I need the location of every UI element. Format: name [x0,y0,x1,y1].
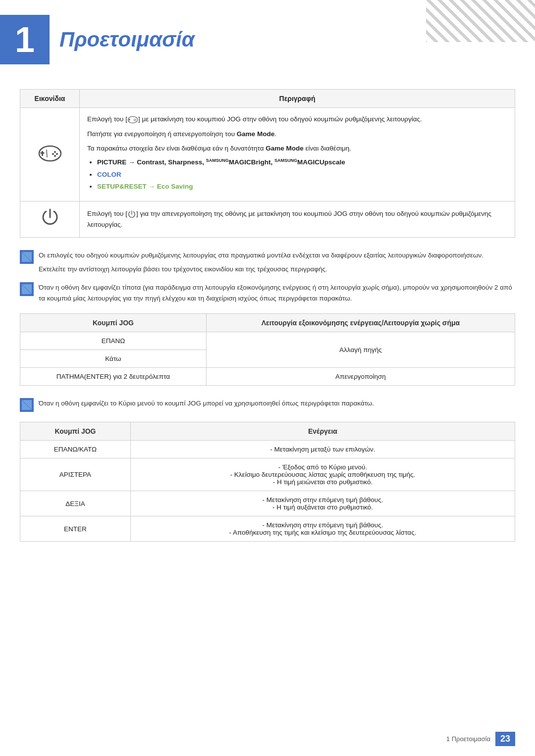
jog2-row2-col1: ΑΡΙΣΤΕΡΑ [20,458,131,491]
svg-line-9 [47,150,47,157]
main-content: Εικονίδια Περιγραφή [0,89,535,574]
jog2-row3-col2: - Μετακίνηση στην επόμενη τιμή βάθους. -… [130,491,515,516]
svg-point-16 [134,121,135,122]
note-1-line2: Εκτελείτε την αντίστοιχη λειτουργία βάσε… [39,264,483,275]
jog2-row2-col2: - Έξοδος από το Κύριο μενού. - Κλείσιμο … [130,458,515,491]
samsung-superscript1: SAMSUNG [206,158,229,163]
svg-point-15 [134,120,135,121]
list-item: COLOR [97,169,507,180]
jog-row3-col1: ΠΑΤΗΜΑ(ENTER) για 2 δευτερόλεπτα [20,368,207,386]
table-row: Επιλογή του [] για την απενεργοποίηση τη… [20,202,515,238]
inline-gamepad-icon [127,115,138,124]
note-1-text: Οι επιλογές του οδηγού κουμπιών ρυθμιζόμ… [39,250,483,274]
jog2-row1-col1: ΕΠΑΝΩ/ΚΑΤΩ [20,441,131,458]
icons-col-header: Εικονίδια [20,90,80,108]
note-icon-1 [20,250,34,264]
icon-cell-power [20,202,80,238]
stripe-svg [426,0,535,42]
stripe-decoration [426,0,535,42]
gamepad-desc-3: Τα παρακάτω στοιχεία δεν είναι διαθέσιμα… [87,143,507,154]
gamepad-icon [38,143,62,162]
list-item: PICTURE → Contrast, Sharpness, SAMSUNGMA… [97,157,507,168]
svg-point-7 [52,153,54,155]
table-row: ENTER - Μετακίνηση στην επόμενη τιμή βάθ… [20,516,515,542]
jog-row3-col2: Απενεργοποίηση [206,368,515,386]
inline-power-icon [127,210,136,219]
jog-col2-header: Λειτουργία εξοικονόμησης ενέργειας/Λειτο… [206,314,515,332]
icons-table: Εικονίδια Περιγραφή [20,89,515,238]
bullet3-setup: SETUP&RESET → Eco Saving [97,183,193,190]
game-mode-label: Game Mode [237,130,275,138]
note-2: Όταν η οθόνη δεν εμφανίζει τίποτα (για π… [20,282,515,303]
note-1-line1: Οι επιλογές του οδηγού κουμπιών ρυθμιζόμ… [39,250,483,261]
svg-point-13 [134,119,135,120]
power-desc: Επιλογή του [] για την απενεργοποίηση τη… [87,208,507,230]
note-3-text: Όταν η οθόνη εμφανίζει το Κύριο μενού το… [39,398,374,409]
magic-text2: MAGIC [297,158,320,166]
footer-text: 1 Προετοιμασία [446,735,490,743]
feature-list: PICTURE → Contrast, Sharpness, SAMSUNGMA… [97,157,507,192]
power-icon [40,207,60,227]
table-row: ΑΡΙΣΤΕΡΑ - Έξοδος από το Κύριο μενού. - … [20,458,515,491]
svg-rect-12 [128,119,130,120]
jog2-row1-col2: - Μετακίνηση μεταξύ των επιλογών. [130,441,515,458]
icon-cell-gamepad [20,108,80,202]
game-mode-label2: Game Mode [266,145,304,152]
bullet2-color: COLOR [97,171,121,178]
note-1: Οι επιλογές του οδηγού κουμπιών ρυθμιζόμ… [20,250,515,274]
svg-rect-4 [40,152,44,154]
jog2-col2-header: Ενέργεια [130,422,515,441]
table-row: ΠΑΤΗΜΑ(ENTER) για 2 δευτερόλεπτα Απενεργ… [20,368,515,386]
note-icon-3 [20,398,34,412]
chapter-title: Προετοιμασία [59,28,195,51]
jog-row2-col1: Κάτω [20,350,207,368]
page-number: 23 [495,732,515,746]
jog-table-2: Κουμπί JOG Ενέργεια ΕΠΑΝΩ/ΚΑΤΩ - Μετακίν… [20,422,515,542]
table-row: Επιλογή του [] με μετακίνηση του κουμπιο… [20,108,515,202]
svg-point-14 [135,120,136,121]
magic-text1: MAGIC [229,158,251,166]
jog2-row3-col1: ΔΕΞΙΑ [20,491,131,516]
jog-row1-col1: ΕΠΑΝΩ [20,332,207,350]
list-item: SETUP&RESET → Eco Saving [97,181,507,192]
jog2-row4-col2: - Μετακίνηση στην επόμενη τιμή βάθους. -… [130,516,515,542]
jog-col1-header: Κουμπί JOG [20,314,207,332]
gamepad-desc-2: Πατήστε για ενεργοποίηση ή απενεργοποίησ… [87,129,507,140]
gamepad-desc-1: Επιλογή του [] με μετακίνηση του κουμπιο… [87,114,507,125]
chapter-number: 1 [0,15,50,64]
desc-cell-gamepad: Επιλογή του [] με μετακίνηση του κουμπιο… [80,108,515,202]
samsung-superscript2: SAMSUNG [274,158,297,163]
jog-row1-col2: Αλλαγή πηγής [206,332,515,368]
note-icon-2 [20,282,34,296]
jog2-col1-header: Κουμπί JOG [20,422,131,441]
svg-point-5 [54,151,56,153]
jog-table-1: Κουμπί JOG Λειτουργία εξοικονόμησης ενέρ… [20,313,515,386]
svg-rect-1 [426,0,535,42]
table-row: ΕΠΑΝΩ/ΚΑΤΩ - Μετακίνηση μεταξύ των επιλο… [20,441,515,458]
page-footer: 1 Προετοιμασία 23 [446,732,515,746]
note-3: Όταν η οθόνη εμφανίζει το Κύριο μενού το… [20,398,515,412]
svg-point-8 [54,155,56,157]
svg-point-6 [56,153,58,155]
table-row: ΔΕΞΙΑ - Μετακίνηση στην επόμενη τιμή βάθ… [20,491,515,516]
bullet1: PICTURE → Contrast, Sharpness, SAMSUNGMA… [97,158,345,166]
note-2-text: Όταν η οθόνη δεν εμφανίζει τίποτα (για π… [39,282,515,303]
desc-cell-power: Επιλογή του [] για την απενεργοποίηση τη… [80,202,515,238]
page-wrapper: 1 Προετοιμασία Εικονίδια Περιγραφή [0,0,535,574]
desc-col-header: Περιγραφή [80,90,515,108]
jog2-row4-col1: ENTER [20,516,131,542]
table-row: ΕΠΑΝΩ Αλλαγή πηγής [20,332,515,350]
